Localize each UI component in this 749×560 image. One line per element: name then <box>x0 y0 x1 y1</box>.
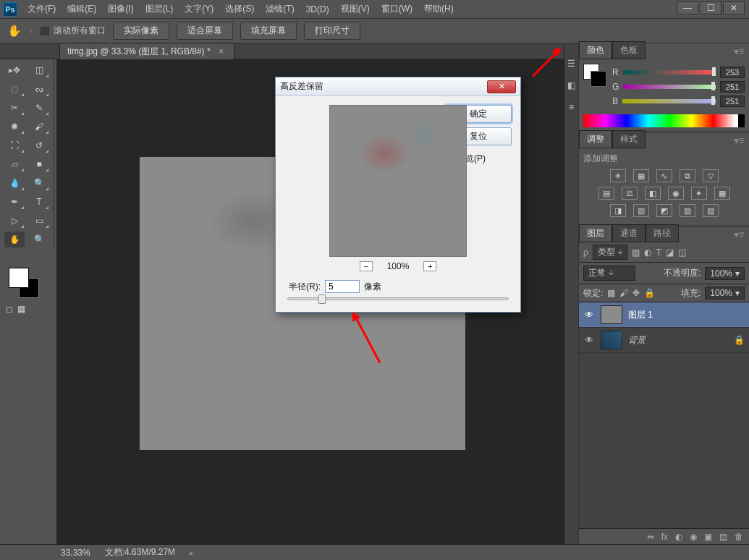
menu-3d[interactable]: 3D(D) <box>300 1 335 17</box>
menu-view[interactable]: 视图(V) <box>335 0 376 18</box>
filter-preview[interactable] <box>329 105 467 257</box>
blend-mode-select[interactable]: 正常÷ <box>583 266 635 281</box>
g-slider[interactable] <box>623 83 716 90</box>
adj-vibrance-icon[interactable]: ▽ <box>703 169 719 182</box>
menu-help[interactable]: 帮助(H) <box>418 0 460 18</box>
adj-invert-icon[interactable]: ◨ <box>610 204 626 217</box>
mini-icon-2[interactable]: ◧ <box>566 80 577 91</box>
menu-window[interactable]: 窗口(W) <box>376 0 418 18</box>
close-button[interactable]: ✕ <box>723 1 745 14</box>
lock-pos-icon[interactable]: ✥ <box>632 288 640 298</box>
group-icon[interactable]: ▣ <box>704 532 712 542</box>
tab-color[interactable]: 颜色 <box>579 41 612 59</box>
adj-photofilter-icon[interactable]: ◉ <box>668 187 684 200</box>
zoom-tool[interactable]: 🔍 <box>29 232 49 247</box>
dialog-titlebar[interactable]: 高反差保留 ✕ <box>276 77 520 96</box>
crop-tool[interactable]: ✂ <box>4 100 25 116</box>
menu-edit[interactable]: 编辑(E) <box>62 0 102 18</box>
zoom-in-button[interactable]: + <box>423 261 436 271</box>
adj-exposure-icon[interactable]: ⧉ <box>680 169 695 182</box>
filter-adjust-icon[interactable]: ◐ <box>644 247 651 258</box>
new-layer-icon[interactable]: ▤ <box>719 532 727 542</box>
dialog-close-button[interactable]: ✕ <box>487 80 516 93</box>
adj-balance-icon[interactable]: ⚖ <box>622 187 638 200</box>
tab-paths[interactable]: 路径 <box>646 224 679 242</box>
menu-file[interactable]: 文件(F) <box>22 0 62 18</box>
adj-poster-icon[interactable]: ▥ <box>633 204 649 217</box>
fill-layer-icon[interactable]: ◉ <box>690 532 697 542</box>
spot-heal-tool[interactable]: ✺ <box>4 119 25 135</box>
scroll-all-windows-checkbox[interactable]: 滚动所有窗口 <box>41 25 106 37</box>
screenmode-icon[interactable]: ▦ <box>17 304 25 314</box>
r-slider[interactable] <box>623 69 716 76</box>
layer-item-bg[interactable]: 👁 背景 🔒 <box>579 328 749 353</box>
path-select-tool[interactable]: ▷ <box>4 213 25 229</box>
brush-tool[interactable]: 🖌 <box>29 119 49 135</box>
r-value[interactable]: 253 <box>720 67 745 78</box>
tab-swatches[interactable]: 色板 <box>612 41 646 59</box>
adj-bw-icon[interactable]: ◧ <box>645 187 661 200</box>
panel-menu-icon[interactable]: ▾≡ <box>734 46 749 57</box>
adj-threshold-icon[interactable]: ◩ <box>656 204 672 217</box>
lock-all-icon[interactable]: 🔒 <box>644 288 655 298</box>
shape-tool[interactable]: ▭ <box>29 213 49 229</box>
clone-tool[interactable]: ⛶ <box>4 137 25 153</box>
type-tool[interactable]: T <box>29 194 49 210</box>
quickmask-icon[interactable]: ◻ <box>6 304 13 314</box>
panel-menu-icon[interactable]: ▾≡ <box>734 135 749 146</box>
tab-adjustments[interactable]: 调整 <box>579 130 612 148</box>
visibility-icon[interactable]: 👁 <box>583 310 595 320</box>
pen-tool[interactable]: ✒ <box>4 194 25 210</box>
filter-pixel-icon[interactable]: ▧ <box>632 247 640 258</box>
layer-filter-type[interactable]: 类型÷ <box>593 245 628 260</box>
marquee-tool[interactable]: ◌ <box>4 81 25 97</box>
lasso-tool[interactable]: ᔓ <box>29 81 49 97</box>
blur-tool[interactable]: 💧 <box>4 175 25 191</box>
fill-value[interactable]: 100%▾ <box>705 287 745 300</box>
menu-layer[interactable]: 图层(L) <box>140 0 179 18</box>
adj-levels-icon[interactable]: ▦ <box>633 169 649 182</box>
delete-icon[interactable]: 🗑 <box>735 532 743 542</box>
lock-paint-icon[interactable]: 🖌 <box>619 288 628 298</box>
adj-hue-icon[interactable]: ▤ <box>598 187 614 200</box>
filter-smart-icon[interactable]: ◫ <box>678 247 686 258</box>
tab-layers[interactable]: 图层 <box>579 224 612 242</box>
lock-trans-icon[interactable]: ▩ <box>607 288 615 298</box>
link-icon[interactable]: ⇔ <box>647 532 654 542</box>
tab-channels[interactable]: 通道 <box>612 224 646 242</box>
b-slider[interactable] <box>622 98 716 105</box>
color-spectrum[interactable] <box>583 114 745 127</box>
gradient-tool[interactable]: ■ <box>29 156 49 172</box>
adj-selective-icon[interactable]: ▧ <box>703 204 719 217</box>
adj-brightness-icon[interactable]: ☀ <box>610 169 626 182</box>
filter-type-icon[interactable]: T <box>656 247 661 258</box>
radius-slider[interactable] <box>287 297 509 300</box>
adj-channel-icon[interactable]: ✦ <box>691 187 707 200</box>
menu-filter[interactable]: 滤镜(T) <box>260 0 300 18</box>
mask-icon[interactable]: ◐ <box>675 532 682 542</box>
b-value[interactable]: 251 <box>720 96 745 107</box>
visibility-icon[interactable]: 👁 <box>583 335 595 345</box>
radius-input[interactable] <box>325 280 360 293</box>
fill-screen-button[interactable]: 填充屏幕 <box>240 22 297 40</box>
fit-screen-button[interactable]: 适合屏幕 <box>177 22 233 40</box>
dodge-tool[interactable]: 🔍 <box>29 175 49 191</box>
tab-styles[interactable]: 样式 <box>612 130 646 148</box>
history-brush-tool[interactable]: ↺ <box>29 137 49 153</box>
fg-bg-swatch[interactable] <box>583 64 606 87</box>
zoom-out-button[interactable]: − <box>360 261 373 271</box>
g-value[interactable]: 251 <box>720 81 745 93</box>
eraser-tool[interactable]: ▱ <box>4 156 25 172</box>
fx-icon[interactable]: fx <box>661 532 668 542</box>
foreground-color[interactable] <box>9 268 29 288</box>
layer-item-1[interactable]: 👁 图层 1 <box>579 302 749 328</box>
tab-close-icon[interactable]: × <box>219 46 224 56</box>
opacity-value[interactable]: 100%▾ <box>705 267 745 280</box>
mini-icon-3[interactable]: ≡ <box>566 101 577 113</box>
filter-shape-icon[interactable]: ◪ <box>666 247 674 258</box>
fg-bg-colors[interactable] <box>9 268 39 298</box>
menu-type[interactable]: 文字(Y) <box>179 0 219 18</box>
zoom-level[interactable]: 33.33% <box>61 548 90 558</box>
minimize-button[interactable]: — <box>677 1 698 14</box>
menu-select[interactable]: 选择(S) <box>219 0 260 18</box>
